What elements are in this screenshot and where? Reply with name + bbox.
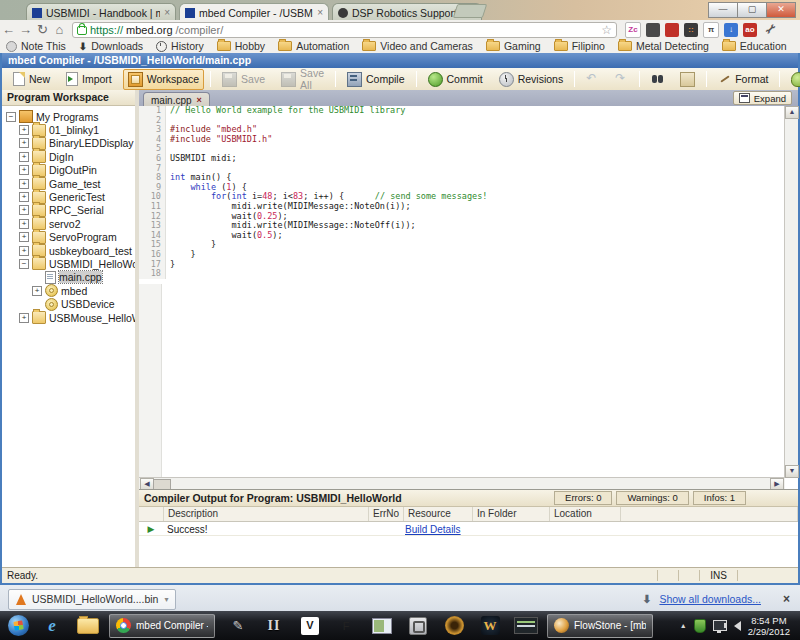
expand-toggle-icon[interactable]: + xyxy=(19,165,29,175)
find-button[interactable] xyxy=(646,70,669,89)
bookmark-item[interactable]: Automation xyxy=(278,40,349,52)
taskbar-ie-icon[interactable]: e xyxy=(39,614,65,638)
editor-tab-maincpp[interactable]: main.cpp × xyxy=(143,92,210,107)
expand-toggle-icon[interactable]: + xyxy=(19,205,29,215)
taskbar-sketch-icon[interactable]: ✎ xyxy=(225,614,251,638)
scroll-up-icon[interactable]: ▲ xyxy=(785,106,799,119)
tree-node-servoprogram[interactable]: +ServoProgram xyxy=(2,231,135,244)
print-button[interactable] xyxy=(675,69,700,90)
taskbar-explorer-icon[interactable] xyxy=(75,614,101,638)
tree-node-my-programs[interactable]: −My Programs xyxy=(2,110,135,123)
tree-node-usbmidi-helloworld[interactable]: −USBMIDI_HelloWorld xyxy=(2,257,135,270)
tab-close-icon[interactable]: × xyxy=(317,7,323,18)
scroll-down-icon[interactable]: ▼ xyxy=(785,465,799,478)
expand-toggle-icon[interactable]: + xyxy=(32,286,42,296)
taskbar-gemini-icon[interactable]: II xyxy=(261,614,287,638)
adblock-extension-icon[interactable] xyxy=(665,23,679,37)
new-button[interactable]: New xyxy=(8,69,55,89)
start-button[interactable] xyxy=(8,615,29,636)
bookmark-item[interactable]: Education xyxy=(722,40,787,52)
import-button[interactable]: Import xyxy=(61,69,117,89)
commit-button[interactable]: Commit xyxy=(423,69,488,90)
taskbar-flowstone-task[interactable]: FlowStone - [mbe... xyxy=(547,614,653,638)
bookmark-star-icon[interactable]: ☆ xyxy=(601,23,612,37)
collapse-toggle-icon[interactable]: − xyxy=(6,112,16,122)
bookmark-item[interactable]: Hobby xyxy=(217,40,265,52)
expand-toggle-icon[interactable]: + xyxy=(19,219,29,229)
forward-icon[interactable]: → xyxy=(17,22,34,37)
expand-toggle-icon[interactable]: + xyxy=(19,138,29,148)
tree-node-usbmouse-helloworld[interactable]: +USBMouse_HelloWorld xyxy=(2,311,135,324)
tray-expand-icon[interactable]: ▲ xyxy=(680,622,687,629)
tree-node-usbkeyboard-test[interactable]: +usbkeyboard_test xyxy=(2,244,135,257)
browser-tab[interactable]: USBMIDI - Handbook | mbe× xyxy=(26,3,176,21)
expand-toggle-icon[interactable]: + xyxy=(19,313,29,323)
editor-vertical-scrollbar[interactable]: ▲ ▼ xyxy=(784,106,798,478)
expand-toggle-icon[interactable]: + xyxy=(19,125,29,135)
bookmark-item[interactable]: Note This xyxy=(6,40,66,52)
downloaded-file-button[interactable]: USBMIDI_HelloWorld....bin ▾ xyxy=(8,589,176,610)
tree-node-digoutpin[interactable]: +DigOutPin xyxy=(2,164,135,177)
taskbar-flashdevelop-icon[interactable]: F xyxy=(333,614,359,638)
output-row[interactable]: ▶Success!Build Details xyxy=(139,522,798,536)
taskbar-clock[interactable]: 8:54 PM 2/29/2012 xyxy=(748,615,790,637)
bookmark-item[interactable]: Metal Detecting xyxy=(618,40,709,52)
tree-node-usbdevice[interactable]: USBDevice xyxy=(2,297,135,310)
bookmark-item[interactable]: Filipino xyxy=(554,40,605,52)
volume-icon[interactable] xyxy=(734,621,741,631)
taskbar-banner-icon[interactable] xyxy=(513,614,539,638)
taskbar-wow-icon[interactable]: W xyxy=(477,614,503,638)
tree-node-generictest[interactable]: +GenericTest xyxy=(2,190,135,203)
expand-toggle-icon[interactable]: + xyxy=(19,246,29,256)
tree-node-mbed[interactable]: +mbed xyxy=(2,284,135,297)
collapse-toggle-icon[interactable]: − xyxy=(19,259,29,269)
bookmark-item[interactable]: ⬇︎Downloads xyxy=(79,40,143,52)
browser-tab[interactable]: mbed Compiler - /USBMIDI× xyxy=(179,3,329,21)
calculator-extension-icon[interactable]: :: xyxy=(684,23,698,37)
maximize-button[interactable]: ▢ xyxy=(737,2,767,18)
bookmark-item[interactable]: History xyxy=(156,40,204,52)
build-details-link[interactable]: Build Details xyxy=(405,524,461,535)
tab-close-icon[interactable]: × xyxy=(197,95,202,105)
tree-node-01-blinky1[interactable]: +01_blinky1 xyxy=(2,123,135,136)
address-bar[interactable]: https:// mbed.org /compiler/ ☆ xyxy=(72,22,617,38)
expand-toggle-icon[interactable]: + xyxy=(19,232,29,242)
expand-toggle-icon[interactable]: + xyxy=(19,192,29,202)
expand-button[interactable]: Expand xyxy=(733,91,792,105)
reload-icon[interactable]: ↻ xyxy=(34,22,51,37)
taskbar-vnc-icon[interactable]: V xyxy=(297,614,323,638)
tree-node-game-test[interactable]: +Game_test xyxy=(2,177,135,190)
taskbar-handle-icon[interactable] xyxy=(405,614,431,638)
close-button[interactable]: ✕ xyxy=(766,2,796,18)
back-icon[interactable]: ← xyxy=(0,22,17,37)
download-extension-icon[interactable]: ↓ xyxy=(724,23,738,37)
chevron-down-icon[interactable]: ▾ xyxy=(164,595,168,604)
image-extension-icon[interactable] xyxy=(646,23,660,37)
revisions-button[interactable]: Revisions xyxy=(494,69,569,90)
code-editor[interactable]: 1// Hello World example for the USBMIDI … xyxy=(139,106,785,478)
taskbar-chrome-task[interactable]: mbed Compiler - ... xyxy=(109,614,215,638)
tree-node-servo2[interactable]: +servo2 xyxy=(2,217,135,230)
new-tab-button[interactable] xyxy=(453,4,488,18)
tree-node-rpc-serial[interactable]: +RPC_Serial xyxy=(2,204,135,217)
taskbar-swtor-icon[interactable] xyxy=(441,614,467,638)
tree-node-binaryleddisplay[interactable]: +BinaryLEDDisplay xyxy=(2,137,135,150)
zotero-extension-icon[interactable]: Zc xyxy=(625,22,641,38)
workspace-button[interactable]: Workspace xyxy=(123,69,204,90)
chrome-menu-wrench-icon[interactable]: 🔧︎ xyxy=(763,23,777,37)
tab-close-icon[interactable]: × xyxy=(164,7,170,18)
shelf-close-icon[interactable]: × xyxy=(783,592,790,606)
minimize-button[interactable]: — xyxy=(708,2,738,18)
compile-button[interactable]: Compile xyxy=(342,69,410,90)
taskbar-window-icon[interactable] xyxy=(369,614,395,638)
format-button[interactable]: Format xyxy=(713,70,773,89)
tree-node-digin[interactable]: +DigIn xyxy=(2,150,135,163)
expand-toggle-icon[interactable]: + xyxy=(19,179,29,189)
acrobat-extension-icon[interactable]: ao xyxy=(743,23,757,37)
bookmark-item[interactable]: Gaming xyxy=(486,40,541,52)
home-icon[interactable]: ⌂ xyxy=(51,22,68,37)
pi-extension-icon[interactable]: π xyxy=(703,22,719,38)
security-shield-icon[interactable] xyxy=(694,619,706,633)
tree-node-main-cpp[interactable]: main.cpp xyxy=(2,271,135,284)
expand-toggle-icon[interactable]: + xyxy=(19,152,29,162)
